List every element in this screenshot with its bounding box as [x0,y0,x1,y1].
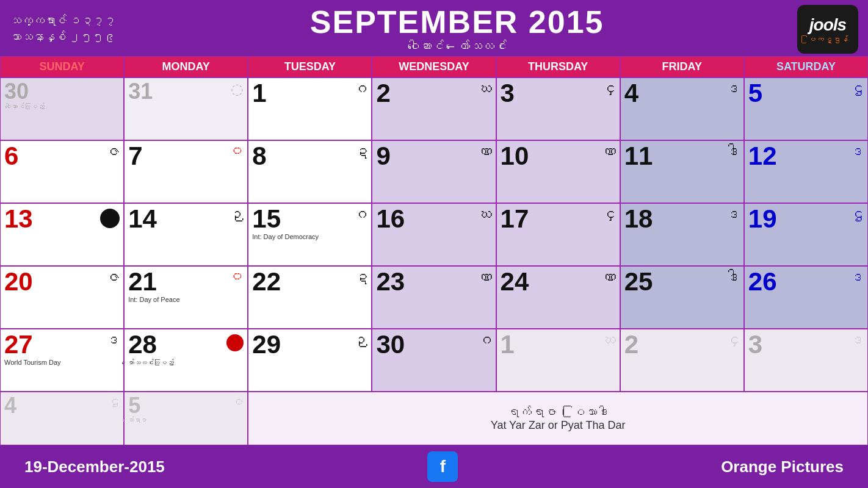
date-25: 25 [624,269,653,295]
date-28: 28 [128,332,157,357]
myanmar-date-info: သက္ကရာဇ် ၁၃၇၇ သာသနာနှစ် ၂၅၅၉ [10,13,117,45]
date-3: 3 [501,81,515,106]
date-14: 14 [128,206,157,232]
date-10: 10 [501,143,529,169]
date-11: 11 [624,143,653,169]
cell-prev-31: 31 ◌ [124,77,248,140]
myanmar-20: ဇ [105,269,120,286]
myanmar-6: ဇ [105,143,120,160]
cell-26: 26 ဒ [744,266,868,329]
header-center: SEPTEMBER 2015 ဝါဆောင် – တော်သလင်း [117,6,797,53]
myanmar-8: ဍ [353,143,367,160]
date-17: 17 [501,206,529,232]
myanmar-2: ဃ [477,81,492,98]
date-8: 8 [252,143,266,169]
date-next-4: 4 [4,395,16,417]
myanmar-next-5: ဇ [231,395,244,409]
date-16: 16 [376,206,405,232]
date-next-2: 2 [624,332,638,357]
myanmar-22: ဍ [353,269,367,286]
cell-30: 30 ဂ [372,329,496,392]
day-header-sat: SATURDAY [744,56,868,77]
footer-myanmar-text: ရက်ရာဇာ၊ ပြဿာဒါး [507,405,609,419]
myanmar-12: ဒ [849,143,864,160]
myanmar-4: ဒ [725,81,740,98]
myanmar-3: ငှ [601,81,616,98]
myanmar-11: ဒါ [725,143,740,160]
footer-note: ရက်ရာဇာ၊ ပြဿာဒါး Yat Yar Zar or Pyat Tha… [248,392,868,445]
cell-3: 3 ငှ [496,77,620,140]
myanmar-10: ဏ [601,143,616,160]
myanmar-1: ဂ [353,81,367,98]
date-next-5: 5 [128,395,140,417]
myanmar-18: ဒ [725,206,740,223]
date-20: 20 [4,269,33,295]
myanmar-next-2: ငှ [725,332,740,349]
cell-21: 21 ၀ Int: Day of Peace [124,266,248,329]
facebook-icon[interactable]: f [427,451,458,482]
date-9: 9 [376,143,390,169]
myanmar-7: ၀ [230,143,244,159]
logo-sub: ပြကဋ္ဌာန် [808,35,848,44]
date-12: 12 [748,143,777,169]
myanmar-next-3: ဒ [849,332,864,349]
cell-7: 7 ၀ [124,140,248,203]
cell-8: 8 ဍ [248,140,372,203]
day-header-thu: THURSDAY [496,56,620,77]
myanmar-21: ၀ [230,269,244,285]
cell-20: 20 ဇ [0,266,124,329]
myanmar-27: ဒ [105,332,120,349]
logo-text: jools [809,15,846,35]
cell-1: 1 ဂ [248,77,372,140]
logo: jools ပြကဋ္ဌာန် [797,5,858,54]
myanmar-15: ဂ [353,206,367,223]
cell-22: 22 ဍ [248,266,372,329]
calendar-row-3: 13 14 ဉ 15 ဂ Int: Day of Democracy [0,203,868,266]
calendar-app: သက္ကရာဇ် ၁၃၇၇ သာသနာနှစ် ၂၅၅၉ SEPTEMBER 2… [0,0,868,488]
myanmar-next-1: ဃ [601,332,616,349]
date-13: 13 [4,206,33,232]
date-21: 21 [128,269,157,295]
cell-19: 19 ဌ [744,203,868,266]
calendar-row-2: 6 ဇ 7 ၀ 8 ဍ 9 [0,140,868,203]
calendar-row-5: 27 ဒ World Tourism Day 28 တော်သလင်းလပြည့… [0,329,868,392]
cell-13: 13 [0,203,124,266]
date-23: 23 [376,269,405,295]
myanmar-14: ဉ [229,206,244,223]
cell-next-5: 5 ဇ တော်ရာဇာ [124,392,248,445]
myanmar-26: ဒ [849,269,864,286]
full-moon-icon-13 [100,209,120,228]
bottom-brand: Orange Pictures [721,458,844,476]
note-15: Int: Day of Democracy [252,233,367,240]
cell-next-1: 1 ဃ [496,329,620,392]
cell-17: 17 ငှ [496,203,620,266]
date-6: 6 [4,143,18,169]
myanmar-30: ဂ [477,332,492,349]
date-27: 27 [4,332,33,357]
myanmar-next-4: ဌ [107,395,120,409]
myanmar-25: ဒါ [725,269,740,286]
cell-6: 6 ဇ [0,140,124,203]
day-header-wed: WEDNESDAY [372,56,496,77]
day-header-mon: MONDAY [124,56,248,77]
myanmar-9: ဏ [477,143,492,160]
date-22: 22 [252,269,281,295]
note-27: World Tourism Day [4,359,120,366]
myanmar-24: ဏ [601,269,616,286]
cell-2: 2 ဃ [372,77,496,140]
calendar-row-4: 20 ဇ 21 ၀ Int: Day of Peace 22 ဍ [0,266,868,329]
cell-11: 11 ဒါ [620,140,744,203]
date-30: 30 [376,332,405,357]
date-2: 2 [376,81,390,106]
note-21: Int: Day of Peace [128,296,244,303]
date-24: 24 [501,269,529,295]
footer-roman-text: Yat Yar Zar or Pyat Tha Dar [491,419,626,432]
cell-29: 29 ဉ [248,329,372,392]
full-moon-icon-28 [226,334,244,351]
cell-12: 12 ဒ [744,140,868,203]
calendar-row-6: 4 ဌ 5 ဇ တော်ရာဇာ ရက်ရာဇာ၊ ပြဿာဒါး Yat Ya… [0,392,868,445]
date-15: 15 [252,206,281,232]
myanmar-29: ဉ [353,332,367,349]
date-26: 26 [748,269,777,295]
bottom-date: 19-December-2015 [24,458,165,476]
